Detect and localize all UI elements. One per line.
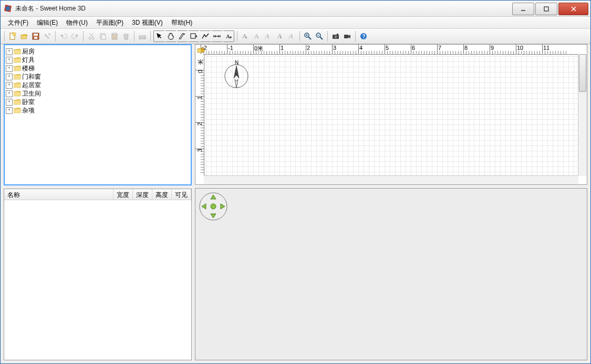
ruler-h-label: 9 xyxy=(490,45,494,51)
create-video-button[interactable] xyxy=(342,31,352,41)
category-label: 卫生间 xyxy=(22,89,41,98)
menu-help[interactable]: 帮助(H) xyxy=(167,17,197,28)
catalog-category[interactable]: +灯具 xyxy=(6,56,190,64)
plan-scrollbar-horizontal[interactable] xyxy=(204,175,578,184)
expand-icon[interactable]: + xyxy=(6,48,13,55)
create-polyline-tool[interactable] xyxy=(200,30,211,42)
svg-point-9 xyxy=(48,33,50,35)
svg-point-21 xyxy=(184,34,185,35)
copy-button xyxy=(98,31,108,41)
create-text-tool[interactable]: A xyxy=(223,30,234,42)
svg-text:A: A xyxy=(277,33,282,40)
new-button[interactable] xyxy=(7,31,18,41)
svg-rect-35 xyxy=(337,34,338,35)
expand-icon[interactable]: + xyxy=(6,99,13,106)
menubar: 文件(F) 编辑(E) 物件(U) 平面图(P) 3D 视图(V) 帮助(H) xyxy=(1,17,590,29)
col-width[interactable]: 宽度 xyxy=(113,189,133,200)
col-name[interactable]: 名称 xyxy=(4,189,113,200)
close-button[interactable] xyxy=(558,3,588,15)
ruler-h-label: 6 xyxy=(411,45,415,51)
expand-icon[interactable]: + xyxy=(6,107,13,114)
create-rooms-tool[interactable] xyxy=(189,30,199,42)
svg-rect-19 xyxy=(144,38,146,39)
category-label: 楼梯 xyxy=(22,64,35,73)
preferences-button[interactable] xyxy=(42,31,53,41)
catalog-category[interactable]: +门和窗 xyxy=(6,72,190,81)
menu-edit[interactable]: 编辑(E) xyxy=(33,17,62,28)
maximize-button[interactable] xyxy=(535,3,557,15)
menu-plan[interactable]: 平面图(P) xyxy=(92,17,128,28)
scrollbar-thumb[interactable] xyxy=(579,54,586,92)
category-label: 灯具 xyxy=(22,56,35,65)
catalog-category[interactable]: +起居室 xyxy=(6,81,190,89)
pan-tool[interactable] xyxy=(165,30,176,42)
catalog-category[interactable]: +厨房 xyxy=(6,47,190,56)
zoom-in-button[interactable] xyxy=(303,31,313,41)
help-button[interactable]: ? xyxy=(358,31,369,41)
svg-text:?: ? xyxy=(362,34,366,39)
catalog-category[interactable]: +卫生间 xyxy=(6,89,190,98)
svg-rect-15 xyxy=(113,33,116,35)
open-button[interactable] xyxy=(19,31,29,41)
furniture-list-pane[interactable]: 名称 宽度 深度 高度 可见 xyxy=(4,189,192,360)
furniture-catalog-pane[interactable]: +厨房+灯具+楼梯+门和窗+起居室+卫生间+卧室+杂项 xyxy=(4,44,192,185)
zoom-out-button[interactable] xyxy=(314,31,325,41)
svg-point-34 xyxy=(335,36,337,38)
svg-rect-8 xyxy=(34,37,37,39)
category-label: 起居室 xyxy=(22,81,41,90)
expand-icon[interactable]: + xyxy=(6,65,13,72)
compass-icon[interactable]: N xyxy=(222,60,251,90)
select-tool[interactable] xyxy=(153,30,164,42)
svg-point-10 xyxy=(89,37,91,39)
svg-point-42 xyxy=(211,204,216,209)
text-style-a-button: A xyxy=(275,31,285,41)
ruler-h-label: 5 xyxy=(385,45,389,51)
category-label: 厨房 xyxy=(22,47,35,56)
svg-text:+: + xyxy=(245,35,248,40)
add-furniture-button xyxy=(137,31,148,41)
expand-icon[interactable]: + xyxy=(6,57,13,64)
save-button[interactable] xyxy=(30,31,41,41)
ruler-h-label: -1 xyxy=(227,45,233,51)
plan-grid[interactable] xyxy=(204,54,578,176)
menu-file[interactable]: 文件(F) xyxy=(4,17,33,28)
undo-button xyxy=(58,31,69,41)
text-italic-button: A xyxy=(263,31,274,41)
delete-button xyxy=(121,31,131,41)
menu-3d-view[interactable]: 3D 视图(V) xyxy=(128,17,167,28)
catalog-category[interactable]: +卧室 xyxy=(6,98,190,106)
plan-scrollbar-vertical[interactable] xyxy=(578,54,587,176)
svg-point-11 xyxy=(92,37,94,39)
cut-button xyxy=(86,31,97,41)
col-height[interactable]: 高度 xyxy=(152,189,172,200)
plan-ruler-horizontal: -2-10米1234567891011 xyxy=(204,45,578,55)
catalog-category[interactable]: +楼梯 xyxy=(6,64,190,72)
create-dimension-tool[interactable] xyxy=(212,30,222,42)
compass-label: N xyxy=(235,60,239,66)
minimize-button[interactable] xyxy=(512,3,534,15)
ruler-h-label: 11 xyxy=(542,45,549,51)
svg-text:A: A xyxy=(265,33,269,40)
paste-button xyxy=(109,31,120,41)
3d-navigation-pad[interactable] xyxy=(199,192,228,221)
ruler-h-label: 10 xyxy=(516,45,523,51)
svg-point-5 xyxy=(13,33,16,36)
take-photo-button[interactable] xyxy=(330,31,341,41)
text-smaller-button: A- xyxy=(252,31,262,41)
svg-rect-39 xyxy=(201,49,204,52)
plan-lock-button[interactable] xyxy=(196,46,205,54)
col-visible[interactable]: 可见 xyxy=(172,189,191,200)
category-label: 卧室 xyxy=(22,98,35,107)
furniture-table-header: 名称 宽度 深度 高度 可见 xyxy=(4,189,191,200)
create-walls-tool[interactable] xyxy=(177,30,188,42)
expand-icon[interactable]: + xyxy=(6,74,13,80)
plan-pane[interactable]: -2-10米1234567891011 0米123 N xyxy=(195,44,587,185)
col-depth[interactable]: 深度 xyxy=(133,189,152,200)
expand-icon[interactable]: + xyxy=(6,82,13,89)
svg-text:A: A xyxy=(226,33,230,39)
expand-icon[interactable]: + xyxy=(6,90,13,97)
menu-furniture[interactable]: 物件(U) xyxy=(62,17,92,28)
3d-view-pane[interactable] xyxy=(195,188,587,360)
catalog-category[interactable]: +杂项 xyxy=(6,106,190,115)
text-style-b-button: A xyxy=(286,31,297,41)
